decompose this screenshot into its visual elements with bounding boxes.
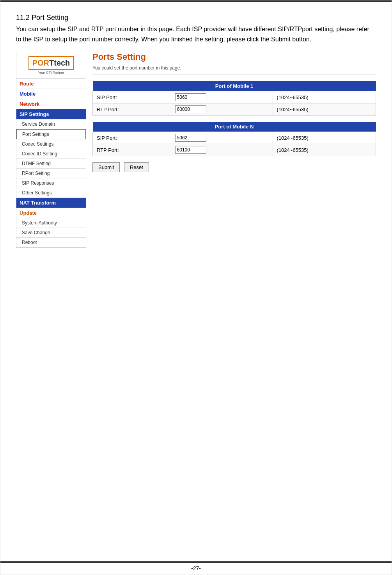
rtp-port-range-1: (1024~65535) — [273, 103, 376, 116]
table-row: RTP Port: (1024~65535) — [93, 103, 376, 116]
sidebar-link-other-settings[interactable]: Other Settings — [16, 188, 86, 198]
sidebar-link-update[interactable]: Update — [16, 208, 86, 218]
rtp-port-field-n[interactable] — [175, 146, 206, 154]
sidebar-item-update[interactable]: Update — [16, 208, 86, 218]
main-content: Ports Setting You could set the port num… — [92, 52, 376, 248]
rtp-port-range-n: (1024~65535) — [273, 144, 376, 156]
sidebar-item-sip-responses[interactable]: SIP Responses — [16, 178, 86, 188]
sidebar-item-nat-transform[interactable]: NAT Transform — [16, 198, 86, 208]
port-table-mobile1: Port of Mobile 1 SIP Port: (1024~65535) … — [92, 81, 376, 116]
sidebar-link-rport-setting[interactable]: RPort Setting — [16, 169, 86, 178]
sip-port-input-1[interactable] — [171, 91, 273, 103]
sidebar-link-port-settings[interactable]: Port Settings — [17, 130, 85, 139]
sidebar-item-reboot[interactable]: Reboot — [16, 238, 86, 247]
sidebar-link-mobile[interactable]: Mobile — [16, 89, 86, 99]
table-row: SIP Port: (1024~65535) — [93, 132, 376, 144]
logo-box: PORTtech — [28, 56, 74, 70]
sidebar-link-reboot[interactable]: Reboot — [16, 238, 86, 247]
sip-port-range-1: (1024~65535) — [273, 91, 376, 103]
sidebar-item-codec-id-setting[interactable]: Codec ID Setting — [16, 149, 86, 159]
logo-port: POR — [32, 59, 49, 67]
sidebar-nav: Route Mobile Network SIP Settings Servic… — [16, 79, 86, 247]
sip-port-label-1: SIP Port: — [93, 91, 171, 103]
sip-port-input-n[interactable] — [171, 132, 273, 144]
reset-button[interactable]: Reset — [124, 162, 149, 172]
sidebar-item-save-change[interactable]: Save Change — [16, 228, 86, 238]
sidebar-item-rport-setting[interactable]: RPort Setting — [16, 169, 86, 178]
sidebar-link-dtmf-setting[interactable]: DTMF Setting — [16, 159, 86, 168]
sidebar-link-network[interactable]: Network — [16, 99, 86, 109]
sidebar-link-codec-id-setting[interactable]: Codec ID Setting — [16, 149, 86, 158]
page-border-bottom — [0, 561, 392, 563]
sidebar-item-route[interactable]: Route — [16, 79, 86, 89]
table-row: RTP Port: (1024~65535) — [93, 144, 376, 156]
rtp-port-input-n[interactable] — [171, 144, 273, 156]
port-table-mobile-n: Port of Mobile N SIP Port: (1024~65535) … — [92, 122, 376, 156]
sidebar-link-nat-transform[interactable]: NAT Transform — [16, 198, 86, 208]
sip-port-field-n[interactable] — [175, 134, 206, 142]
sip-port-label-n: SIP Port: — [93, 132, 171, 144]
sidebar-item-mobile[interactable]: Mobile — [16, 89, 86, 99]
intro-paragraph: You can setup the SIP and RTP port numbe… — [16, 24, 376, 44]
sidebar-item-network[interactable]: Network — [16, 99, 86, 109]
sidebar: PORTtech Your CTI Partner Route Mobile N… — [16, 52, 86, 248]
main-layout: PORTtech Your CTI Partner Route Mobile N… — [16, 52, 376, 248]
sidebar-item-system-authority[interactable]: System Authority — [16, 218, 86, 228]
sidebar-link-system-authority[interactable]: System Authority — [16, 218, 86, 228]
logo-sub: Your CTI Partner — [20, 71, 82, 75]
sidebar-link-save-change[interactable]: Save Change — [16, 228, 86, 237]
page-description: You could set the port number in this pa… — [92, 65, 376, 71]
sidebar-link-sip-responses[interactable]: SIP Responses — [16, 178, 86, 188]
sidebar-item-codec-settings[interactable]: Codec Settings — [16, 139, 86, 149]
sip-port-field-1[interactable] — [175, 93, 206, 101]
sidebar-link-codec-settings[interactable]: Codec Settings — [16, 139, 86, 149]
sidebar-link-sip-settings[interactable]: SIP Settings — [16, 109, 86, 119]
rtp-port-field-1[interactable] — [175, 105, 206, 113]
sidebar-item-port-settings[interactable]: Port Settings — [16, 129, 86, 139]
sidebar-item-other-settings[interactable]: Other Settings — [16, 188, 86, 198]
sidebar-item-sip-settings[interactable]: SIP Settings — [16, 109, 86, 119]
submit-button[interactable]: Submit — [92, 162, 120, 172]
table2-header: Port of Mobile N — [93, 122, 376, 132]
sidebar-item-dtmf-setting[interactable]: DTMF Setting — [16, 159, 86, 169]
table1-header: Port of Mobile 1 — [93, 81, 376, 91]
footer-page-number: -27- — [0, 565, 392, 571]
sidebar-item-service-domain[interactable]: Service Domain — [16, 119, 86, 129]
rtp-port-label-1: RTP Port: — [93, 103, 171, 116]
sidebar-logo: PORTtech Your CTI Partner — [16, 52, 86, 79]
rtp-port-input-1[interactable] — [171, 103, 273, 116]
sidebar-link-route[interactable]: Route — [16, 79, 86, 89]
table-row: SIP Port: (1024~65535) — [93, 91, 376, 103]
button-row: Submit Reset — [92, 162, 376, 172]
rtp-port-label-n: RTP Port: — [93, 144, 171, 156]
divider — [92, 75, 376, 75]
intro-heading: 11.2 Port Setting — [16, 14, 376, 22]
sip-port-range-n: (1024~65535) — [273, 132, 376, 144]
intro-section: 11.2 Port Setting You can setup the SIP … — [16, 14, 376, 44]
sidebar-link-service-domain[interactable]: Service Domain — [16, 119, 86, 129]
page-title: Ports Setting — [92, 52, 376, 62]
